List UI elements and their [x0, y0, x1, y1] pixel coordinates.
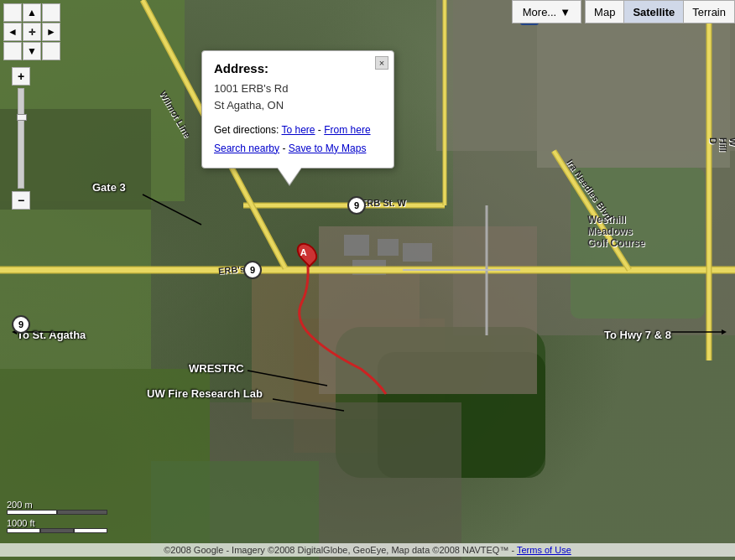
scale-ruler-metric [7, 510, 107, 515]
map-marker-a[interactable] [299, 241, 315, 265]
zoom-in-button[interactable]: + [12, 67, 30, 86]
scale-imperial: 1000 ft [7, 518, 107, 528]
map-type-group: Map Satellite Terrain [585, 0, 735, 23]
popup-links: Get directions: To here - From here Sear… [214, 122, 382, 158]
scale-metric: 200 m [7, 500, 107, 510]
toolbar: More... ▼ Map Satellite Terrain [512, 0, 735, 23]
scale-ruler-imperial [7, 528, 107, 533]
from-here-link[interactable]: From here [324, 124, 370, 136]
zoom-out-button[interactable]: − [12, 191, 30, 210]
hwy9-badge-3: 9 [347, 196, 366, 215]
zoom-slider: + − [12, 67, 30, 210]
more-button[interactable]: More... ▼ [512, 0, 581, 23]
pan-left-button[interactable]: ◄ [3, 23, 22, 41]
pan-down-button[interactable]: ▼ [23, 42, 41, 60]
attribution-text: ©2008 Google - Imagery ©2008 DigitalGlob… [164, 545, 517, 555]
pan-controls: ▲ ◄ ✛ ► ▼ [3, 3, 60, 60]
zoom-track[interactable] [18, 88, 24, 189]
popup-close-button[interactable]: × [375, 56, 388, 70]
nav-controls: ▲ ◄ ✛ ► ▼ [3, 3, 60, 60]
popup-title: Address: [214, 61, 382, 75]
popup-address-line2: St Agatha, ON [214, 99, 284, 111]
more-label: More... [523, 6, 556, 18]
pan-up-button[interactable]: ▲ [23, 3, 41, 22]
save-to-maps-link[interactable]: Save to My Maps [289, 143, 367, 154]
more-arrow-icon: ▼ [560, 6, 571, 18]
info-popup: × Address: 1001 ERB's Rd St Agatha, ON G… [201, 50, 394, 169]
search-nearby-link[interactable]: Search nearby [214, 143, 279, 154]
map-type-satellite-button[interactable]: Satellite [624, 1, 684, 23]
attribution: ©2008 Google - Imagery ©2008 DigitalGlob… [0, 543, 735, 557]
map-type-terrain-button[interactable]: Terrain [684, 1, 734, 23]
hwy9-badge-1: 9 [243, 261, 262, 279]
hwy9-badge-2: 9 [12, 315, 30, 334]
map-container: 9 9 9 16 ▲ ◄ ✛ ► ▼ + − × Address: [0, 0, 735, 560]
pan-right-button[interactable]: ► [42, 23, 60, 41]
terms-of-use-link[interactable]: Terms of Use [517, 545, 571, 555]
popup-address-line1: 1001 ERB's Rd [214, 82, 288, 95]
scale-bar: 200 m 1000 ft [7, 500, 107, 533]
zoom-thumb[interactable] [17, 114, 27, 121]
popup-address: 1001 ERB's Rd St Agatha, ON [214, 80, 382, 113]
get-directions-label: Get directions [214, 124, 276, 136]
pan-center-button[interactable]: ✛ [23, 23, 41, 41]
to-here-link[interactable]: To here [282, 124, 315, 136]
map-type-map-button[interactable]: Map [586, 1, 624, 23]
